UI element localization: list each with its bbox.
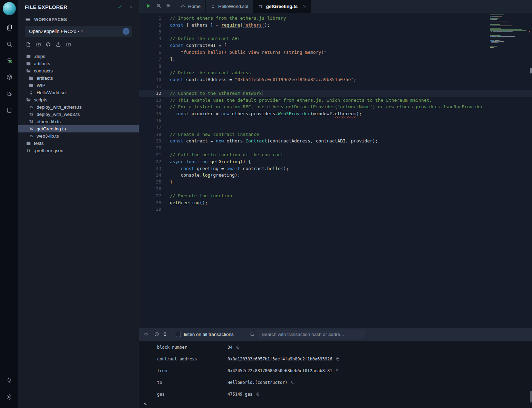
- workspace-switcher-icon[interactable]: [123, 28, 129, 35]
- code-editor[interactable]: 1// Import ethers from the ethers.js lib…: [139, 13, 532, 328]
- code-line-20[interactable]: 20: [139, 145, 532, 151]
- activity-settings-icon[interactable]: [0, 389, 18, 405]
- tree-item-scripts[interactable]: scripts: [18, 96, 139, 103]
- tree-item-artifacts[interactable]: artifacts: [18, 74, 139, 82]
- file-explorer-header: FILE EXPLORER: [18, 0, 139, 14]
- line-number: 21: [139, 151, 161, 158]
- create-file-icon[interactable]: [26, 42, 31, 49]
- terminal-search-input[interactable]: [258, 330, 365, 339]
- line-number: 23: [139, 165, 161, 172]
- menu-icon[interactable]: [25, 17, 31, 22]
- copy-icon[interactable]: [336, 357, 340, 361]
- tree-item-getGreeting.ts[interactable]: TSgetGreeting.ts: [18, 125, 139, 132]
- zoom-out-icon[interactable]: [156, 3, 161, 10]
- code-line-9[interactable]: 9// Define the contract address: [139, 69, 532, 76]
- tree-item-HelloWorld.sol[interactable]: HelloWorld.sol: [18, 89, 139, 96]
- code-line-8[interactable]: 8: [139, 63, 532, 70]
- tab-Home[interactable]: Home: [176, 0, 206, 13]
- code-line-10[interactable]: 10const contractAddress = "0xb54febb5c0c…: [139, 76, 532, 83]
- code-line-27[interactable]: 27// Execute the function: [139, 192, 532, 199]
- code-line-16[interactable]: 16: [139, 117, 532, 124]
- workspaces-label: WORKSPACES: [34, 17, 67, 22]
- listen-all-transactions-checkbox[interactable]: [176, 332, 181, 337]
- code-line-14[interactable]: 14// For a testnet or custom RPC, use et…: [139, 103, 532, 110]
- explorer-actions: [18, 40, 139, 52]
- activity-deploy-run-icon[interactable]: [0, 69, 18, 86]
- code-line-23[interactable]: 23 const greeting = await contract.hello…: [139, 165, 532, 172]
- copy-icon[interactable]: [236, 345, 240, 349]
- tab-label: getGreeting.ts: [266, 4, 298, 9]
- code-line-6[interactable]: 6 "function hello() public view returns …: [139, 49, 532, 56]
- activity-search-icon[interactable]: [0, 36, 18, 52]
- tree-item-tests[interactable]: tests: [18, 140, 139, 147]
- code-line-28[interactable]: 28getGreeting();: [139, 199, 532, 206]
- remix-logo[interactable]: [3, 2, 16, 15]
- code-line-17[interactable]: 17: [139, 124, 532, 131]
- code-line-19[interactable]: 19const contract = new ethers.Contract(c…: [139, 138, 532, 145]
- activity-plugins-icon[interactable]: [0, 102, 18, 119]
- copy-icon[interactable]: [291, 380, 295, 385]
- tree-item-artifacts[interactable]: artifacts: [18, 60, 139, 67]
- tree-item-ethers-lib.ts[interactable]: TSethers-lib.ts: [18, 118, 139, 125]
- tx-detail-value: HelloWorld.(constructor): [228, 380, 287, 385]
- code-line-29[interactable]: 29: [139, 206, 532, 213]
- copy-icon[interactable]: [336, 369, 340, 373]
- code-line-11[interactable]: 11: [139, 83, 532, 90]
- chevron-double-down-icon[interactable]: [143, 331, 149, 337]
- close-tab-icon[interactable]: [302, 4, 306, 8]
- code-line-18[interactable]: 18// Create a new contract instance: [139, 131, 532, 138]
- tx-detail-value: 475149 gas: [228, 392, 252, 397]
- run-script-icon[interactable]: [145, 3, 152, 10]
- code-line-22[interactable]: 22async function getGreeting() {: [139, 158, 532, 165]
- confirm-check-icon[interactable]: [117, 4, 123, 10]
- tx-detail-row: block number34: [139, 341, 532, 353]
- activity-plugin-manager-icon[interactable]: [0, 372, 18, 389]
- activity-solidity-compiler-icon[interactable]: [0, 52, 18, 69]
- activity-file-explorer-icon[interactable]: [0, 19, 18, 36]
- tree-item-contracts[interactable]: contracts: [18, 67, 139, 74]
- tree-item-deploy_with_ethers.ts[interactable]: TSdeploy_with_ethers.ts: [18, 103, 139, 111]
- code-line-5[interactable]: 5const contractABI = [: [139, 42, 532, 49]
- code-line-3[interactable]: 3: [139, 29, 532, 36]
- terminal-scrollbar[interactable]: [530, 391, 532, 402]
- zoom-in-icon[interactable]: [166, 3, 171, 10]
- terminal-prompt-row[interactable]: >: [139, 400, 532, 408]
- clone-repo-icon[interactable]: [46, 42, 51, 49]
- activity-debugger-icon[interactable]: [0, 86, 18, 102]
- code-line-2[interactable]: 2const { ethers } = require('ethers');: [139, 22, 532, 29]
- minimap[interactable]: [490, 14, 529, 50]
- line-number: 27: [139, 192, 161, 199]
- tab-getGreeting.ts[interactable]: TSgetGreeting.ts: [253, 0, 312, 13]
- tree-item-.deps[interactable]: .deps: [18, 53, 139, 60]
- editor-scrollbar[interactable]: [530, 68, 532, 73]
- code-line-26[interactable]: 26: [139, 186, 532, 192]
- code-line-15[interactable]: 15 const provider = new ethers.providers…: [139, 110, 532, 117]
- create-folder-icon[interactable]: [36, 42, 41, 49]
- code-line-13[interactable]: 13// This example uses the default provi…: [139, 97, 532, 104]
- tx-detail-value: 0x8a120383e6057b1f3aef4fa9b89c2f1b0a6959…: [228, 357, 332, 361]
- clear-console-icon[interactable]: [154, 331, 159, 337]
- ts-file-icon: TS: [258, 5, 263, 8]
- tree-item-deploy_with_web3.ts[interactable]: TSdeploy_with_web3.ts: [18, 111, 139, 118]
- line-number: 5: [139, 42, 161, 49]
- upload-file-icon[interactable]: [56, 42, 61, 49]
- workspace-select[interactable]: OpenZeppelin ERC20 - 1: [25, 26, 132, 37]
- import-folder-icon[interactable]: [66, 42, 71, 49]
- code-line-7[interactable]: 7];: [139, 56, 532, 63]
- copy-icon[interactable]: [256, 392, 260, 396]
- tx-detail-key: contract address: [157, 357, 228, 361]
- code-line-1[interactable]: 1// Import ethers from the ethers.js lib…: [139, 15, 532, 22]
- transaction-count: 0: [164, 331, 166, 337]
- code-line-12[interactable]: 12// Connect to the Ethereum network: [139, 90, 532, 97]
- line-number: 8: [139, 63, 161, 70]
- tree-item-.prettierrc.json[interactable]: {}.prettierrc.json: [18, 147, 139, 154]
- tab-HelloWorld.sol[interactable]: HelloWorld.sol: [206, 0, 253, 13]
- code-line-24[interactable]: 24 console.log(greeting);: [139, 172, 532, 179]
- tree-item-web3-lib.ts[interactable]: TSweb3-lib.ts: [18, 132, 139, 140]
- code-line-25[interactable]: 25}: [139, 179, 532, 186]
- tree-item-WIP[interactable]: WIP: [18, 82, 139, 89]
- tree-item-label: artifacts: [37, 76, 53, 81]
- chevron-right-icon[interactable]: [128, 4, 133, 10]
- code-line-21[interactable]: 21// Call the hello function of the cont…: [139, 151, 532, 158]
- code-line-4[interactable]: 4// Define the contract ABI: [139, 35, 532, 42]
